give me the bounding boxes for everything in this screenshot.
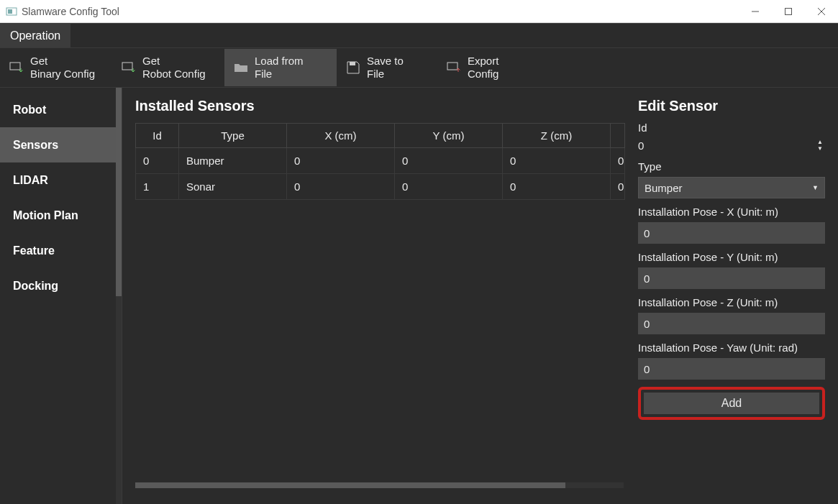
svg-rect-9 <box>447 63 457 70</box>
pose-z-input[interactable] <box>638 313 825 334</box>
cell-extra: 0 <box>611 148 625 174</box>
svg-rect-1 <box>8 9 12 14</box>
menubar: Operation <box>0 23 838 47</box>
add-button[interactable]: Add <box>644 393 819 414</box>
cell-z: 0 <box>503 174 611 200</box>
sidebar-item-lidar[interactable]: LIDAR <box>0 162 122 198</box>
maximize-button[interactable] <box>772 0 805 23</box>
chevron-down-icon[interactable]: ▼ <box>815 146 825 152</box>
get-robot-config-button[interactable]: Get Robot Config <box>112 49 224 86</box>
svg-rect-7 <box>122 63 132 70</box>
download-icon <box>9 60 24 75</box>
sidebar-item-label: LIDAR <box>13 174 48 187</box>
sidebar-item-motion-plan[interactable]: Motion Plan <box>0 198 122 233</box>
sidebar-item-docking[interactable]: Docking <box>0 268 122 303</box>
cell-type: Bumper <box>179 148 287 174</box>
type-value: Bumper <box>645 182 812 194</box>
col-type[interactable]: Type <box>179 124 287 148</box>
toolbar-label: Get Robot Config <box>142 55 206 81</box>
toolbar-label: Load from File <box>255 55 304 81</box>
edit-title: Edit Sensor <box>638 98 825 114</box>
sidebar-scrollbar[interactable] <box>116 88 122 504</box>
sensors-table: Id Type X (cm) Y (cm) Z (cm) 0 Bumper 0 … <box>135 123 625 200</box>
sidebar-item-label: Sensors <box>13 139 58 152</box>
id-spin[interactable]: ▲▼ <box>815 139 825 152</box>
toolbar-label: Save to File <box>367 55 404 81</box>
table-row[interactable]: 1 Sonar 0 0 0 0 <box>136 174 625 200</box>
sidebar: Robot Sensors LIDAR Motion Plan Feature … <box>0 88 122 504</box>
sidebar-item-sensors[interactable]: Sensors <box>0 127 122 162</box>
horizontal-scrollbar[interactable] <box>135 482 624 488</box>
cell-z: 0 <box>503 148 611 174</box>
add-highlight: Add <box>638 387 825 420</box>
minimize-button[interactable] <box>739 0 772 23</box>
upload-icon <box>446 60 462 75</box>
id-stepper[interactable]: ▲▼ <box>638 138 825 153</box>
cell-id: 0 <box>136 148 179 174</box>
load-from-file-button[interactable]: Load from File <box>224 49 337 86</box>
id-input[interactable] <box>638 138 815 153</box>
cell-id: 1 <box>136 174 179 200</box>
cell-x: 0 <box>287 148 395 174</box>
sidebar-item-label: Feature <box>13 244 55 257</box>
app-icon <box>6 6 17 17</box>
pose-z-label: Installation Pose - Z (Unit: m) <box>638 296 825 308</box>
sensors-title: Installed Sensors <box>135 98 624 114</box>
col-x[interactable]: X (cm) <box>287 124 395 148</box>
chevron-down-icon: ▼ <box>812 184 819 191</box>
id-label: Id <box>638 122 825 134</box>
sidebar-item-robot[interactable]: Robot <box>0 92 122 127</box>
svg-rect-6 <box>10 63 20 70</box>
toolbar-label: Export Config <box>468 55 498 81</box>
pose-x-label: Installation Pose - X (Unit: m) <box>638 206 825 218</box>
scrollbar-thumb[interactable] <box>135 482 565 488</box>
main: Robot Sensors LIDAR Motion Plan Feature … <box>0 87 838 504</box>
cell-x: 0 <box>287 174 395 200</box>
pose-yaw-input[interactable] <box>638 358 825 380</box>
cell-y: 0 <box>395 148 503 174</box>
close-button[interactable] <box>805 0 838 23</box>
window-controls <box>739 0 838 23</box>
sidebar-item-feature[interactable]: Feature <box>0 233 122 268</box>
save-icon <box>345 60 361 75</box>
type-select[interactable]: Bumper ▼ <box>638 177 825 198</box>
svg-rect-8 <box>350 62 355 65</box>
type-label: Type <box>638 160 825 173</box>
cell-y: 0 <box>395 174 503 200</box>
tab-operation[interactable]: Operation <box>0 24 70 47</box>
col-extra[interactable] <box>611 124 625 148</box>
pose-y-input[interactable] <box>638 267 825 289</box>
toolbar: Get Binary Config Get Robot Config Load … <box>0 47 838 87</box>
col-y[interactable]: Y (cm) <box>395 124 503 148</box>
pose-x-input[interactable] <box>638 222 825 244</box>
sidebar-item-label: Docking <box>13 280 58 293</box>
folder-icon <box>233 60 249 75</box>
edit-sensor-panel: Edit Sensor Id ▲▼ Type Bumper ▼ Installa… <box>629 88 838 504</box>
window-title: Slamware Config Tool <box>22 6 119 17</box>
svg-rect-3 <box>785 8 792 14</box>
export-config-button[interactable]: Export Config <box>437 49 538 86</box>
table-row[interactable]: 0 Bumper 0 0 0 0 <box>136 148 625 174</box>
toolbar-label: Get Binary Config <box>30 55 95 81</box>
get-binary-config-button[interactable]: Get Binary Config <box>0 49 112 86</box>
download-icon <box>121 60 137 75</box>
sidebar-item-label: Motion Plan <box>13 209 78 222</box>
col-id[interactable]: Id <box>136 124 179 148</box>
scrollbar-thumb[interactable] <box>116 88 122 296</box>
center-panel: Installed Sensors Id Type X (cm) Y (cm) … <box>122 88 629 504</box>
col-z[interactable]: Z (cm) <box>503 124 611 148</box>
titlebar: Slamware Config Tool <box>0 0 838 23</box>
pose-yaw-label: Installation Pose - Yaw (Unit: rad) <box>638 342 825 354</box>
cell-type: Sonar <box>179 174 287 200</box>
cell-extra: 0 <box>611 174 625 200</box>
save-to-file-button[interactable]: Save to File <box>337 49 437 86</box>
sidebar-item-label: Robot <box>13 104 46 116</box>
pose-y-label: Installation Pose - Y (Unit: m) <box>638 251 825 263</box>
